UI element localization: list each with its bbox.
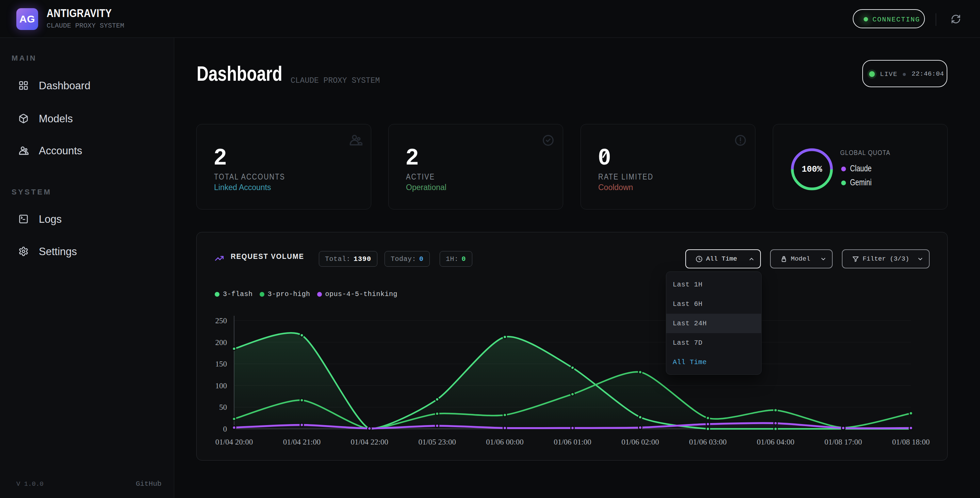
svg-text:50: 50: [219, 403, 227, 412]
svg-text:01/06 01:00: 01/06 01:00: [554, 438, 592, 446]
svg-text:0: 0: [223, 425, 227, 433]
svg-text:01/08 17:00: 01/08 17:00: [824, 438, 862, 446]
svg-text:01/05 23:00: 01/05 23:00: [418, 438, 456, 446]
svg-text:250: 250: [215, 316, 227, 325]
svg-text:01/08 18:00: 01/08 18:00: [892, 438, 930, 446]
svg-text:200: 200: [215, 338, 227, 347]
svg-text:01/06 02:00: 01/06 02:00: [621, 438, 659, 446]
svg-text:01/04 20:00: 01/04 20:00: [215, 438, 253, 446]
svg-text:01/04 22:00: 01/04 22:00: [351, 438, 388, 446]
svg-text:01/06 00:00: 01/06 00:00: [486, 438, 524, 446]
svg-text:100: 100: [215, 381, 227, 390]
svg-text:01/06 04:00: 01/06 04:00: [757, 438, 795, 446]
svg-text:01/04 21:00: 01/04 21:00: [283, 438, 321, 446]
svg-text:01/06 03:00: 01/06 03:00: [689, 438, 727, 446]
svg-text:150: 150: [215, 360, 227, 368]
